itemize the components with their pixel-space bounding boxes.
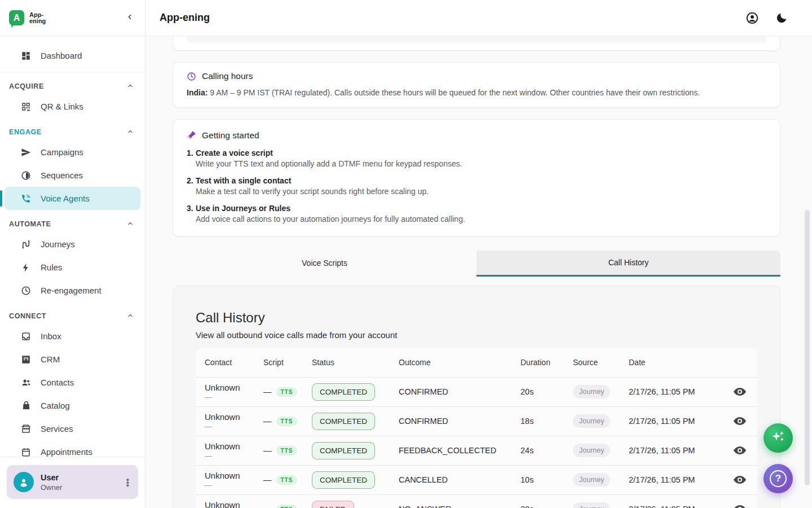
cell-contact: Unknown [205,412,263,422]
tts-badge: TTS [276,505,298,508]
cell-contact: Unknown [205,500,263,508]
user-name: User [41,473,62,482]
step-number: 1. [187,148,196,168]
cell-outcome: CANCELLED [399,475,520,484]
help-fab[interactable]: ? [764,464,793,493]
step-number: 2. [187,176,196,196]
getting-started-card: Getting started 1. Create a voice script… [173,119,780,237]
table-row[interactable]: Unknown— —TTS COMPLETED FEEDBACK_COLLECT… [196,436,757,465]
sidebar-item-sequences[interactable]: Sequences [5,164,140,187]
col-duration: Duration [520,358,573,367]
account-icon[interactable] [745,11,759,25]
bag-icon [20,400,32,411]
view-call-eye-icon[interactable] [732,443,747,458]
logo-line-2: ening [29,18,46,24]
cell-duration: 24s [520,446,573,455]
calling-hours-text: India: 9 AM – 9 PM IST (TRAI regulated).… [187,87,766,98]
tts-badge: TTS [276,417,298,426]
section-label: CONNECT [9,312,46,320]
view-call-eye-icon[interactable] [732,502,747,508]
table-row[interactable]: Unknown— —TTS COMPLETED CONFIRMED 18s Jo… [196,406,757,436]
section-label: AUTOMATE [9,220,51,228]
cell-contact-sub: — [205,452,263,460]
view-call-eye-icon[interactable] [732,414,747,428]
sidebar-collapse-icon[interactable] [123,11,136,25]
sidebar-logo-row: A App- ening [0,0,145,36]
sidebar-item-campaigns[interactable]: Campaigns [5,141,140,164]
chevron-up-icon [127,128,134,137]
tts-badge: TTS [276,475,298,485]
getting-started-step: 1. Create a voice script Write your TTS … [187,148,766,168]
user-card[interactable]: User Owner ••• [7,465,138,499]
top-header: App-ening [145,0,812,36]
source-badge: Journey [573,414,610,428]
col-date: Date [629,358,725,367]
source-badge: Journey [573,502,610,508]
sparkles-icon [770,428,787,448]
calendar-icon [20,446,32,457]
sidebar-item-services[interactable]: Services [5,417,140,440]
sidebar-item-appointments[interactable]: Appointments [5,440,140,457]
cell-outcome: NO_ANSWER [399,505,520,508]
status-badge: COMPLETED [312,442,375,459]
table-row[interactable]: Unknown— —TTS COMPLETED CANCELLED 10s Jo… [196,465,757,494]
sidebar-item-catalog[interactable]: Catalog [5,394,140,417]
section-automate[interactable]: AUTOMATE [0,216,145,233]
sidebar-item-dashboard[interactable]: Dashboard [5,44,140,67]
dark-mode-moon-icon[interactable] [775,11,788,25]
sidebar-user-section: User Owner ••• [0,457,145,508]
cell-duration: 10s [520,475,573,484]
tab-call-history[interactable]: Call History [476,251,780,277]
user-role: Owner [41,483,62,492]
sidebar-item-label: Services [41,424,73,433]
tab-voice-scripts[interactable]: Voice Scripts [173,251,476,277]
sidebar-item-label: Rules [41,262,62,272]
user-avatar [14,472,34,492]
col-source: Source [573,358,629,367]
section-connect[interactable]: CONNECT [0,308,145,325]
sidebar-item-contacts[interactable]: Contacts [5,371,140,394]
cell-contact-sub: — [205,393,263,401]
view-call-eye-icon[interactable] [732,472,747,487]
sidebar-item-journeys[interactable]: Journeys [5,233,140,256]
sidebar-item-rules[interactable]: Rules [5,256,140,279]
rocket-icon [187,130,196,140]
dashboard-icon [20,50,32,62]
app-logo-text: App- ening [29,12,46,24]
ai-assistant-fab[interactable] [764,423,793,453]
sidebar-item-label: Journeys [41,239,75,249]
getting-started-step: 2. Test with a single contact Make a tes… [187,176,766,196]
step-desc: Add voice call actions to your automatio… [196,214,465,224]
cell-date: 2/17/26, 11:05 PM [629,446,725,455]
status-badge: COMPLETED [312,413,375,430]
sidebar-item-qr-links[interactable]: QR & Links [5,95,140,118]
clock-icon [20,285,32,296]
chevron-up-icon [127,220,134,229]
vertical-scrollbar[interactable] [805,210,810,485]
source-badge: Journey [573,385,610,398]
partial-card-inner [187,36,766,43]
status-badge: FAILED [312,501,354,508]
section-engage[interactable]: ENGAGE [0,124,145,141]
sidebar-item-inbox[interactable]: Inbox [5,325,140,348]
cell-outcome: CONFIRMED [399,387,520,396]
sidebar-item-label: QR & Links [41,102,83,111]
tts-badge: TTS [276,446,298,456]
table-row[interactable]: Unknown— —TTS COMPLETED CONFIRMED 20s Jo… [196,377,757,406]
cell-script-dash: — [263,446,272,455]
sidebar-item-voice-agents[interactable]: Voice Agents [5,187,140,210]
view-call-eye-icon[interactable] [732,384,747,399]
sidebar: A App- ening Dashboard ACQUIRE QR & Link… [0,0,145,508]
section-acquire[interactable]: ACQUIRE [0,78,145,95]
sidebar-item-crm[interactable]: CRM [5,348,140,371]
table-row[interactable]: Unknown— —TTS FAILED NO_ANSWER 30s Journ… [196,494,757,508]
cell-date: 2/17/26, 11:05 PM [629,505,725,508]
cell-script-dash: — [263,505,272,508]
call-history-panel: Call History View all outbound voice cal… [173,286,780,508]
sidebar-item-label: Re-engagement [41,286,102,295]
chevron-up-icon [127,312,134,321]
sidebar-item-re-engagement[interactable]: Re-engagement [5,279,140,302]
cell-date: 2/17/26, 11:05 PM [629,387,725,396]
user-menu-icon[interactable]: ••• [123,476,133,489]
sidebar-item-label: Voice Agents [41,194,90,203]
